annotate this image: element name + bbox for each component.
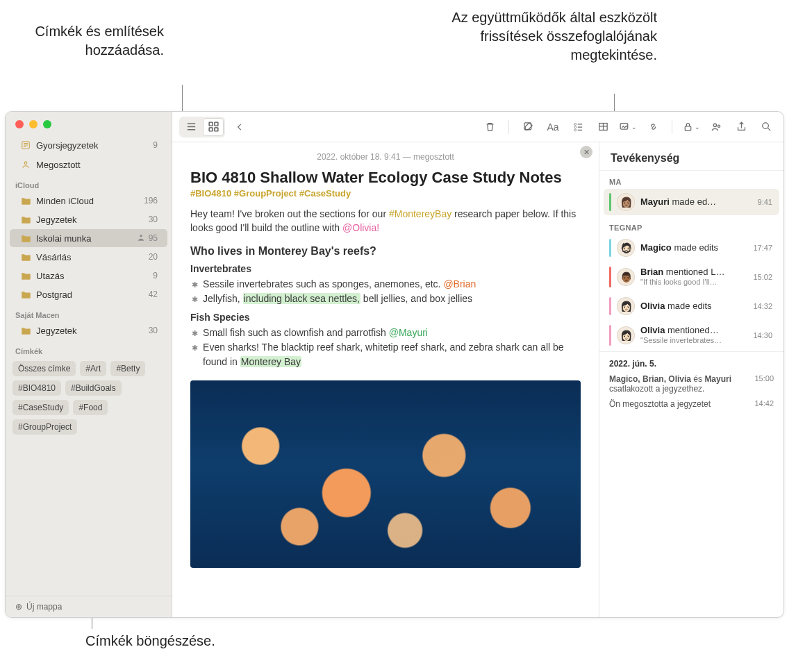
list-view-button[interactable] xyxy=(181,118,201,136)
tag-chip[interactable]: #BuildGoals xyxy=(65,380,122,396)
sidebar-item-folder[interactable]: Minden iCloud196 xyxy=(10,192,167,210)
sidebar-item-folder[interactable]: Utazás9 xyxy=(10,267,167,285)
activity-time: 14:30 xyxy=(753,331,772,339)
avatar: 👨🏾 xyxy=(617,268,635,286)
activity-row[interactable]: 🧔🏻Magico made edits17:47 xyxy=(604,235,779,261)
folder-icon xyxy=(19,215,32,224)
sidebar-item-label: Megosztott xyxy=(36,160,158,170)
svg-point-15 xyxy=(718,125,720,127)
close-window-button[interactable] xyxy=(15,120,24,128)
svg-point-10 xyxy=(574,129,576,131)
activity-row[interactable]: 👩🏽Mayuri made ed…9:41 xyxy=(604,189,779,215)
compose-button[interactable] xyxy=(517,118,538,136)
sidebar-item-folder[interactable]: Jegyzetek30 xyxy=(10,210,167,228)
svg-point-9 xyxy=(574,126,576,128)
tag-chip[interactable]: #Betty xyxy=(110,361,145,376)
note-list: Small fish such as clownfish and parrotf… xyxy=(190,326,581,369)
back-button[interactable] xyxy=(229,118,250,136)
close-activity-button[interactable]: ✕ xyxy=(580,146,592,158)
note-list: Sessile invertebrates such as sponges, a… xyxy=(190,277,581,306)
note-heading: Who lives in Monterey Bay's reefs? xyxy=(190,245,581,258)
note-subheading: Fish Species xyxy=(190,312,581,323)
hashtag[interactable]: #MontereyBay xyxy=(389,208,451,219)
tag-chip[interactable]: #Food xyxy=(73,400,108,415)
folder-icon xyxy=(19,253,32,261)
toolbar: Aa ⌄ ⌄ xyxy=(172,112,783,142)
checklist-button[interactable] xyxy=(567,118,588,136)
mention-olivia[interactable]: @Olivia! xyxy=(342,222,379,233)
svg-rect-6 xyxy=(214,128,217,131)
callout-tags-mentions: Címkék és említések hozzáadása. xyxy=(11,22,164,60)
folder-icon xyxy=(19,326,32,335)
media-button[interactable]: ⌄ xyxy=(617,118,638,136)
sidebar-section-tags: Címkék xyxy=(6,340,172,357)
activity-color-bar xyxy=(609,239,611,257)
new-folder-button[interactable]: ⊕ Új mappa xyxy=(6,596,172,617)
activity-row[interactable]: 👩🏻Olivia made edits14:32 xyxy=(604,293,779,319)
activity-text: Magico made edits xyxy=(640,242,747,253)
quicknotes-icon xyxy=(19,140,32,150)
zoom-window-button[interactable] xyxy=(43,120,51,128)
minimize-window-button[interactable] xyxy=(29,120,38,128)
svg-point-8 xyxy=(574,124,576,126)
delete-button[interactable] xyxy=(479,118,500,136)
activity-section-yesterday: TEGNAP xyxy=(599,217,783,233)
folder-icon xyxy=(19,234,32,242)
sidebar-item-quicknotes[interactable]: Gyorsjegyzetek 9 xyxy=(10,136,167,154)
tag-chip[interactable]: #BIO4810 xyxy=(13,380,61,396)
sidebar-section-icloud: iCloud xyxy=(6,174,172,191)
svg-point-2 xyxy=(140,234,142,237)
lock-button[interactable]: ⌄ xyxy=(681,118,702,136)
sidebar-item-count: 30 xyxy=(149,326,158,335)
avatar: 👩🏽 xyxy=(617,193,635,211)
note-editor[interactable]: 2022. október 18. 9:41 — megosztott BIO … xyxy=(172,142,599,617)
activity-section-today: MA xyxy=(599,171,783,187)
activity-color-bar xyxy=(609,267,611,287)
activity-footer-date: 2022. jún. 5. xyxy=(609,359,774,369)
activity-time: 14:32 xyxy=(753,302,772,310)
gallery-view-button[interactable] xyxy=(203,118,224,136)
note-date: 2022. október 18. 9:41 — megosztott xyxy=(190,152,581,162)
format-button[interactable]: Aa xyxy=(542,118,563,136)
activity-row[interactable]: 👨🏾Brian mentioned L…"If this looks good … xyxy=(604,262,779,292)
callout-activity: Az együttműködők által eszközölt frissít… xyxy=(414,8,657,65)
sidebar-item-count: 30 xyxy=(149,215,158,224)
sidebar-item-folder[interactable]: Vásárlás20 xyxy=(10,248,167,266)
sidebar-item-label: Gyorsjegyzetek xyxy=(36,140,153,151)
activity-text: Olivia made edits xyxy=(640,301,747,312)
mention-mayuri[interactable]: @Mayuri xyxy=(389,327,428,338)
avatar: 🧔🏻 xyxy=(617,239,635,257)
collaborate-button[interactable] xyxy=(706,118,727,136)
svg-point-16 xyxy=(762,123,768,129)
activity-time: 9:41 xyxy=(758,198,772,206)
activity-row[interactable]: 👩🏻Olivia mentioned…"Sessile invertebrate… xyxy=(604,321,779,350)
folder-icon xyxy=(19,196,32,205)
sidebar-item-count: 9 xyxy=(153,140,158,150)
sidebar-item-folder[interactable]: Jegyzetek30 xyxy=(10,321,167,339)
mention-brian[interactable]: @Brian xyxy=(443,278,476,289)
share-button[interactable] xyxy=(731,118,752,136)
activity-text: Olivia mentioned…"Sessile invertebrates… xyxy=(640,325,747,346)
plus-icon: ⊕ xyxy=(15,602,22,612)
activity-text: Mayuri made ed… xyxy=(640,196,752,208)
tag-chip[interactable]: #CaseStudy xyxy=(13,400,69,415)
sidebar-item-folder[interactable]: Postgrad42 xyxy=(10,285,167,303)
svg-point-14 xyxy=(713,124,716,126)
tag-chip[interactable]: #GroupProject xyxy=(13,419,77,435)
link-button[interactable] xyxy=(642,118,663,136)
tag-chip[interactable]: #Art xyxy=(80,361,106,376)
sidebar-item-label: Jegyzetek xyxy=(36,215,149,225)
tag-chip[interactable]: Összes címke xyxy=(13,361,76,376)
search-button[interactable] xyxy=(756,118,777,136)
shared-icon xyxy=(19,160,32,169)
sidebar-item-shared[interactable]: Megosztott xyxy=(10,156,167,174)
sidebar-item-label: Minden iCloud xyxy=(36,196,144,206)
activity-color-bar xyxy=(609,297,611,315)
sidebar-item-count: 9 xyxy=(153,271,158,280)
sidebar-item-folder[interactable]: Iskolai munka95 xyxy=(10,229,167,247)
table-button[interactable] xyxy=(592,118,613,136)
sidebar-item-label: Postgrad xyxy=(36,289,149,300)
highlight: including black sea nettles, xyxy=(243,293,360,304)
sidebar-item-label: Utazás xyxy=(36,271,153,281)
activity-text: Brian mentioned L…"If this looks good I'… xyxy=(640,267,747,287)
